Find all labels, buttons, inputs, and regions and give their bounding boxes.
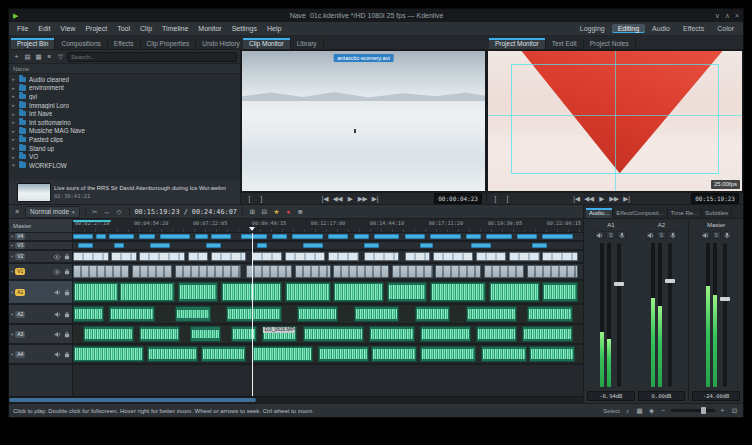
audio-clip[interactable] [318,346,369,362]
spacer-tool-icon[interactable]: ↔ [103,207,112,217]
titlebar[interactable]: ▶ Nave_01c.kdenlive */HD 1080i 25 fps — … [9,9,743,22]
track-header-a4[interactable]: ▾A4 [9,345,72,365]
clip-monitor-viewport[interactable]: antarctic-scenery.avi [242,51,485,191]
track-header-a3[interactable]: ▾A3 [9,325,72,345]
track-header-a2[interactable]: ▾A2 [9,305,72,325]
create-folder-button[interactable]: ▤ [23,52,32,62]
zone-out-icon[interactable]: ] [503,194,512,204]
timeline-track-v4[interactable] [73,233,583,242]
chevron-down-icon[interactable]: ▾ [11,312,13,317]
video-clip[interactable] [73,234,93,239]
track-header-v1[interactable]: ▾V1 [9,264,72,281]
rewind-icon[interactable]: ◀◀ [584,194,594,204]
track-tag-v1[interactable]: V1 [15,268,25,275]
menu-file[interactable]: File [12,24,33,33]
rewind-icon[interactable]: ◀◀ [333,194,343,204]
play-icon[interactable]: ▶ [346,194,355,204]
gain-value[interactable]: 0.00dB [638,391,686,401]
workspace-tab-audio[interactable]: Audio [646,24,676,33]
tab-undo-history[interactable]: Undo History [196,38,241,49]
expand-closed-icon[interactable]: ▸ [11,128,16,134]
audio-clip[interactable] [371,346,417,362]
menu-settings[interactable]: Settings [227,24,262,33]
timeline-track-a3[interactable]: DJI_0616.MP4 [73,325,583,345]
tab-effects[interactable]: Effects [108,38,141,49]
video-clip[interactable] [188,252,208,261]
audio-clip[interactable] [73,306,104,322]
audio-clip[interactable] [147,346,198,362]
audio-clip[interactable] [354,306,400,322]
menu-clip[interactable]: Clip [135,24,157,33]
video-clip[interactable] [246,265,292,278]
audio-clip[interactable] [481,346,527,362]
bin-folder-immagini-loro[interactable]: ▸Immagini Loro [9,101,240,110]
skip-forward-icon[interactable]: ▶| [622,194,631,204]
track-tag-a2[interactable]: A2 [15,311,25,318]
timeline-track-a1[interactable] [73,281,583,305]
expand-closed-icon[interactable]: ▸ [11,76,16,82]
mute-track-icon[interactable] [54,351,61,358]
video-clip[interactable] [211,252,247,261]
expand-closed-icon[interactable]: ▸ [11,119,16,125]
hide-track-icon[interactable] [53,269,61,275]
fader-handle[interactable] [720,297,730,301]
menu-project[interactable]: Project [80,24,112,33]
video-clip[interactable] [484,265,525,278]
zone-in-icon[interactable]: [ [491,194,500,204]
playhead[interactable] [252,233,253,396]
snap-icon[interactable]: ◈ [647,406,656,416]
menu-monitor[interactable]: Monitor [193,24,226,33]
video-clip[interactable] [195,234,208,239]
video-clip[interactable] [303,243,323,248]
video-clip[interactable] [111,252,137,261]
tab-project-bin[interactable]: Project Bin [11,38,55,49]
volume-fader[interactable] [723,243,727,387]
bin-folder-musiche-mag-nave[interactable]: ▸Musiche MAG Nave [9,127,240,136]
mute-track-icon[interactable] [54,289,61,296]
expand-closed-icon[interactable]: ▸ [11,136,16,142]
record-button[interactable] [668,231,677,239]
tab-library[interactable]: Library [291,38,324,49]
timeline-ruler[interactable]: 00:02:27:1000:04:54:2000:07:22:0500:09:4… [73,219,583,233]
timeline-hscrollbar[interactable] [9,396,583,403]
timeline-track-v3[interactable] [73,242,583,251]
volume-fader[interactable] [668,243,672,387]
bin-folder-gvi[interactable]: ▸gvi [9,92,240,101]
audio-clip[interactable] [466,306,517,322]
track-tag-a1[interactable]: A1 [15,289,25,296]
video-clip[interactable] [78,243,93,248]
video-clip[interactable] [486,234,512,239]
audio-clip[interactable] [387,282,428,302]
audio-clip[interactable] [415,306,451,322]
video-clip[interactable] [476,252,507,261]
close-button[interactable]: × [735,9,739,22]
lock-track-icon[interactable] [64,351,70,358]
timeline-track-a2[interactable] [73,305,583,325]
timeline-hscroll-handle[interactable] [9,398,256,402]
video-clip[interactable] [252,252,283,261]
expand-closed-icon[interactable]: ▸ [11,154,16,160]
audio-clip[interactable] [175,306,211,322]
bin-clip-item[interactable]: Live tours of the RRS Sir David Attenbor… [9,180,240,204]
timeline-track-v2[interactable] [73,251,583,264]
cut-tool-icon[interactable]: ✂ [91,207,100,217]
timeline-menu-icon[interactable]: ≡ [13,207,22,217]
zone-in-icon[interactable]: [ [245,194,254,204]
chevron-down-icon[interactable]: ▾ [11,234,13,239]
video-clip[interactable] [430,234,461,239]
timeline-track-a4[interactable] [73,345,583,365]
video-clip[interactable] [433,252,474,261]
audio-clip[interactable] [333,282,384,302]
zoom-in-icon[interactable]: + [718,406,727,416]
mute-button[interactable] [595,231,604,239]
video-clip[interactable] [257,243,267,248]
audio-clip[interactable] [178,282,219,302]
video-clip[interactable] [206,243,221,248]
audio-clip[interactable] [420,326,471,342]
project-monitor-timecode[interactable]: 00:15:19:23 [691,193,739,204]
video-clip[interactable] [328,252,359,261]
chevron-down-icon[interactable]: ▾ [11,352,13,357]
track-header-v4[interactable]: ▾V4 [9,233,72,242]
tab-clip-monitor[interactable]: Clip Monitor [243,38,291,49]
gain-value[interactable]: -24.00dB [692,391,740,401]
